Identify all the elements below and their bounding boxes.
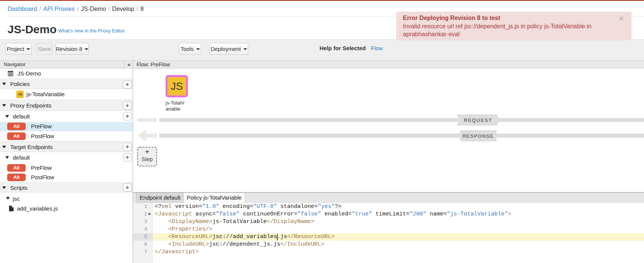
- svg-text:RESPONSE: RESPONSE: [462, 133, 493, 139]
- svg-text:REQUEST: REQUEST: [464, 117, 492, 123]
